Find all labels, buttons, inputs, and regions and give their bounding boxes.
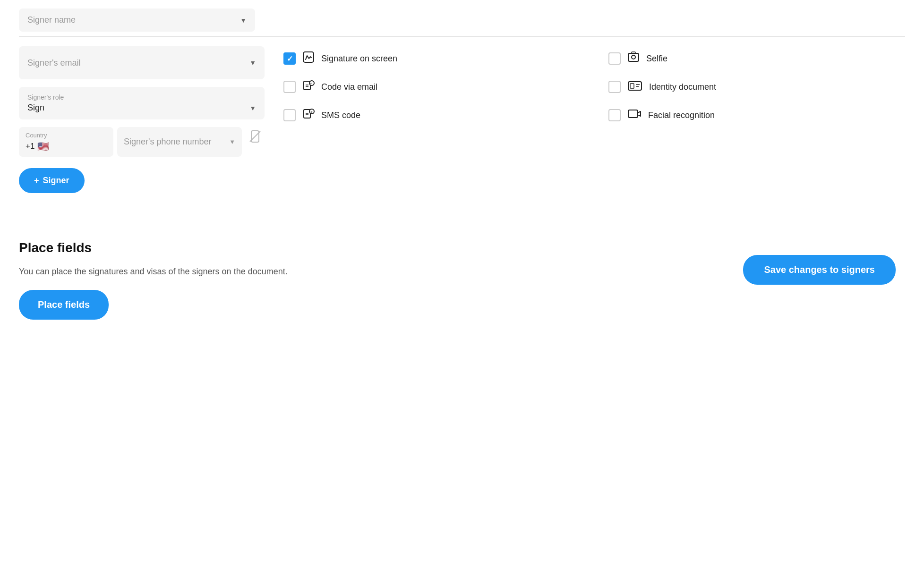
signer-role-value: Sign: [27, 103, 44, 113]
phone-dropdown-arrow: ▼: [229, 138, 235, 145]
signer-name-field[interactable]: Signer name ▼: [19, 8, 255, 32]
svg-rect-12: [630, 84, 634, 88]
place-fields-label: Place fields: [38, 299, 90, 310]
checkbox-sms-code[interactable]: # SMS code: [283, 108, 580, 123]
country-code: +1: [26, 142, 34, 151]
signer-name-placeholder: Signer name: [27, 15, 76, 25]
add-signer-label: Signer: [43, 176, 69, 186]
code-via-email-icon: *: [302, 79, 315, 94]
signature-icon: [302, 51, 315, 66]
svg-point-4: [632, 55, 635, 59]
signer-role-field[interactable]: Signer's role Sign ▼: [19, 87, 265, 119]
checkbox-identity-document-box[interactable]: [608, 81, 621, 93]
facial-recognition-icon: [627, 108, 642, 123]
phone-placeholder: Signer's phone number: [124, 137, 212, 147]
checkbox-facial-recognition-box[interactable]: [608, 109, 621, 121]
sms-code-label: SMS code: [321, 110, 360, 120]
phone-field[interactable]: Signer's phone number ▼: [117, 127, 242, 157]
right-column: Signature on screen Selfie: [265, 46, 905, 212]
facial-recognition-label: Facial recognition: [648, 110, 715, 120]
checkbox-signature-on-screen[interactable]: Signature on screen: [283, 51, 580, 66]
svg-rect-20: [628, 110, 638, 118]
add-signer-icon: +: [34, 176, 39, 186]
left-column: Signer's email ▼ Signer's role Sign ▼ Co…: [19, 46, 265, 212]
svg-text:#: #: [311, 110, 313, 114]
email-arrow: ▼: [249, 59, 256, 67]
checkbox-sms-code-box[interactable]: [283, 109, 296, 121]
code-via-email-label: Code via email: [321, 82, 377, 92]
svg-rect-3: [628, 53, 639, 61]
add-signer-button[interactable]: + Signer: [19, 168, 85, 193]
signer-email-placeholder: Signer's email: [27, 58, 80, 68]
country-label: Country: [26, 132, 107, 139]
identity-document-icon: [627, 79, 642, 94]
selfie-label: Selfie: [646, 54, 667, 64]
checkbox-code-via-email-box[interactable]: [283, 81, 296, 93]
checkbox-selfie[interactable]: Selfie: [608, 51, 905, 66]
place-fields-button[interactable]: Place fields: [19, 290, 109, 320]
country-flag: 🇺🇸: [37, 141, 49, 152]
checkbox-selfie-box[interactable]: [608, 52, 621, 65]
role-arrow: ▼: [249, 104, 256, 112]
verification-options-grid: Signature on screen Selfie: [283, 46, 905, 123]
checkbox-identity-document[interactable]: Identity document: [608, 79, 905, 94]
checkbox-code-via-email[interactable]: * Code via email: [283, 79, 580, 94]
country-field[interactable]: Country +1 🇺🇸: [19, 127, 113, 157]
signature-on-screen-label: Signature on screen: [321, 54, 397, 64]
checkbox-signature-on-screen-box[interactable]: [283, 52, 296, 65]
country-phone-row: Country +1 🇺🇸 Signer's phone number ▼: [19, 127, 265, 157]
svg-text:*: *: [310, 82, 312, 85]
identity-document-label: Identity document: [649, 82, 716, 92]
sms-code-icon: #: [302, 108, 315, 123]
save-changes-label: Save changes to signers: [764, 264, 875, 275]
signer-name-arrow: ▼: [240, 17, 247, 24]
signer-role-label: Signer's role: [27, 93, 256, 101]
place-fields-title: Place fields: [19, 240, 905, 255]
signer-email-field[interactable]: Signer's email ▼: [19, 46, 265, 79]
phone-disabled-icon: [246, 127, 265, 146]
save-changes-button[interactable]: Save changes to signers: [743, 255, 896, 285]
selfie-icon: [627, 51, 640, 66]
checkbox-facial-recognition[interactable]: Facial recognition: [608, 108, 905, 123]
